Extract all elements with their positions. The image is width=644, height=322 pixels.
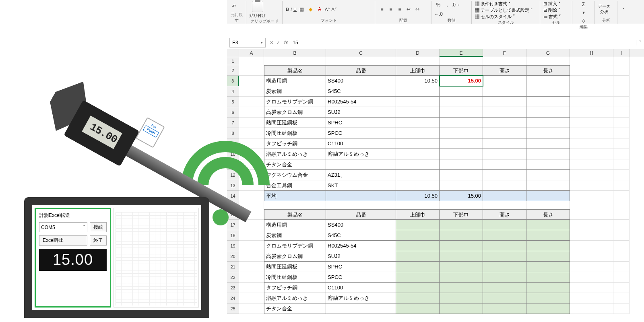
cell[interactable] xyxy=(440,272,483,283)
col-header[interactable]: H xyxy=(570,49,613,57)
cell[interactable] xyxy=(396,303,440,314)
cell[interactable] xyxy=(440,159,483,170)
cell[interactable]: 溶融アルミめっき xyxy=(326,293,396,303)
cell[interactable] xyxy=(613,262,630,272)
cell[interactable] xyxy=(570,220,613,230)
cell[interactable] xyxy=(613,86,630,97)
cell[interactable] xyxy=(570,209,613,220)
cell[interactable] xyxy=(526,149,570,159)
align-mid-icon[interactable]: ≡ xyxy=(387,6,394,13)
select-all-corner[interactable] xyxy=(227,49,239,57)
cell[interactable] xyxy=(483,201,526,209)
cell[interactable] xyxy=(483,128,526,138)
cell[interactable] xyxy=(483,76,526,86)
cell[interactable]: 長さ xyxy=(526,65,570,76)
border-button[interactable]: ▦ xyxy=(298,6,305,13)
cell[interactable] xyxy=(526,191,570,201)
cell[interactable]: SPCC xyxy=(326,128,396,138)
cell[interactable] xyxy=(526,97,570,107)
col-header[interactable]: G xyxy=(526,49,570,57)
cell[interactable] xyxy=(570,251,613,262)
cell[interactable] xyxy=(526,86,570,97)
cell[interactable]: 10.50 xyxy=(396,76,440,86)
cell[interactable] xyxy=(613,138,630,149)
cell[interactable] xyxy=(440,262,483,272)
col-header[interactable]: D xyxy=(396,49,440,57)
cell-style-button[interactable]: ▦ セルのスタイル ˅ xyxy=(475,14,515,20)
cell[interactable] xyxy=(440,283,483,293)
cell[interactable] xyxy=(440,107,483,118)
chevron-down-icon[interactable]: ▾ xyxy=(261,41,263,45)
cell[interactable] xyxy=(613,272,630,283)
col-header[interactable]: C xyxy=(326,49,396,57)
cell[interactable] xyxy=(526,220,570,230)
cell[interactable] xyxy=(613,159,630,170)
cell[interactable] xyxy=(483,303,526,314)
bold-button[interactable]: B xyxy=(286,7,289,12)
cell[interactable] xyxy=(440,170,483,180)
cell[interactable] xyxy=(570,149,613,159)
cell[interactable] xyxy=(396,170,440,180)
cell[interactable] xyxy=(613,220,630,230)
cell[interactable] xyxy=(440,97,483,107)
comma-button[interactable]: , xyxy=(444,1,451,8)
cell[interactable] xyxy=(326,201,396,209)
cell[interactable] xyxy=(483,149,526,159)
cell[interactable]: S45C xyxy=(326,86,396,97)
cell[interactable] xyxy=(440,138,483,149)
cell[interactable] xyxy=(483,191,526,201)
fill-icon[interactable]: ▾ xyxy=(580,9,587,16)
cell[interactable]: S45C xyxy=(326,230,396,241)
cancel-formula-icon[interactable]: ✕ xyxy=(270,40,274,45)
cell[interactable] xyxy=(440,220,483,230)
cell[interactable] xyxy=(613,251,630,262)
cell[interactable] xyxy=(396,201,440,209)
cell[interactable]: AZ31、 xyxy=(326,170,396,180)
table-format-button[interactable]: ▦ テーブルとして書式設定 ˅ xyxy=(475,7,533,13)
cell[interactable] xyxy=(440,57,483,65)
cell[interactable]: 下部巾 xyxy=(440,209,483,220)
cell[interactable] xyxy=(613,170,630,180)
cell[interactable] xyxy=(396,118,440,128)
cell[interactable] xyxy=(440,251,483,262)
cell[interactable] xyxy=(483,138,526,149)
inc-decimal-button[interactable]: .0→ xyxy=(452,1,460,8)
cell[interactable] xyxy=(613,230,630,241)
cell[interactable] xyxy=(613,191,630,201)
worksheet[interactable]: A B C D E F G H I 12製品名品番上部巾下部巾高さ長さ3構造用鋼… xyxy=(227,49,644,322)
cell[interactable] xyxy=(570,86,613,97)
cell[interactable] xyxy=(526,230,570,241)
formula-input[interactable] xyxy=(291,39,636,46)
cell[interactable] xyxy=(483,57,526,65)
insert-button[interactable]: ⊞ 挿入 ˅ xyxy=(543,1,561,7)
cell[interactable] xyxy=(483,283,526,293)
cell[interactable] xyxy=(396,97,440,107)
cell[interactable] xyxy=(526,180,570,191)
cell[interactable] xyxy=(483,230,526,241)
percent-button[interactable]: % xyxy=(435,1,442,8)
cell[interactable]: SUJ2 xyxy=(326,107,396,118)
cell[interactable] xyxy=(396,230,440,241)
cell[interactable] xyxy=(396,272,440,283)
cell[interactable] xyxy=(483,241,526,251)
cell[interactable]: 15.00 xyxy=(440,191,483,201)
cell[interactable] xyxy=(440,293,483,303)
cell[interactable]: 15.00 xyxy=(440,76,483,86)
cell[interactable] xyxy=(396,57,440,65)
cell[interactable] xyxy=(526,159,570,170)
cell[interactable] xyxy=(613,209,630,220)
cell[interactable] xyxy=(526,128,570,138)
cell[interactable] xyxy=(570,262,613,272)
cell[interactable] xyxy=(570,128,613,138)
cell[interactable] xyxy=(570,159,613,170)
cell[interactable] xyxy=(613,241,630,251)
cell[interactable] xyxy=(613,303,630,314)
cell[interactable] xyxy=(483,220,526,230)
quit-button[interactable]: 終了 xyxy=(90,235,107,246)
cell[interactable] xyxy=(483,262,526,272)
cell[interactable] xyxy=(526,138,570,149)
cell[interactable] xyxy=(526,76,570,86)
format-button[interactable]: ▭ 書式 ˅ xyxy=(543,14,561,20)
cell[interactable]: 高さ xyxy=(483,209,526,220)
cell[interactable] xyxy=(483,180,526,191)
